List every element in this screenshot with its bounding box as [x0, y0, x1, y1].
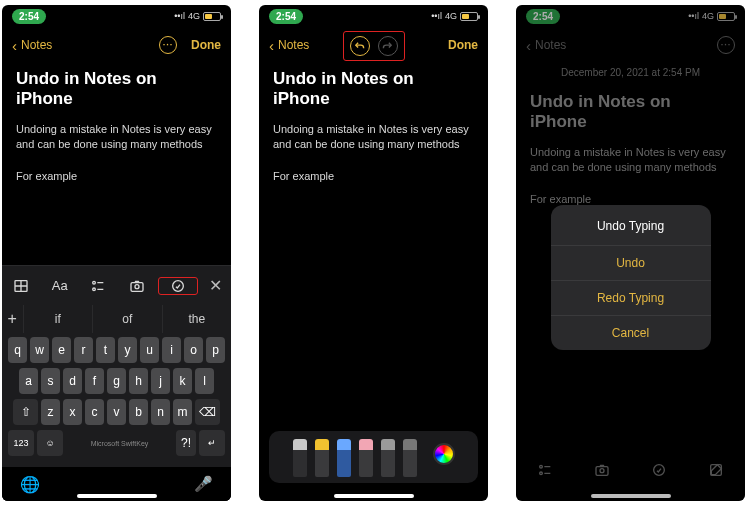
key-p[interactable]: p: [206, 337, 225, 363]
suggestion-3[interactable]: the: [163, 305, 231, 333]
svg-point-5: [93, 288, 96, 291]
key-a[interactable]: a: [19, 368, 38, 394]
key-j[interactable]: j: [151, 368, 170, 394]
sheet-title: Undo Typing: [551, 205, 711, 245]
pencil-grey-tool[interactable]: [381, 439, 395, 477]
screenshot-panel-markup: 2:54 ••ıl 4G ‹ Notes Done Undo in Notes …: [259, 5, 488, 501]
shift-key[interactable]: ⇧: [13, 399, 38, 425]
text-format-icon[interactable]: Aa: [40, 278, 78, 293]
key-x[interactable]: x: [63, 399, 82, 425]
done-button[interactable]: Done: [448, 38, 478, 52]
status-indicators: ••ıl 4G: [431, 11, 478, 21]
table-tool-icon[interactable]: [2, 278, 40, 294]
keyboard-toolbar: Aa ✕: [2, 265, 231, 305]
key-q[interactable]: q: [8, 337, 27, 363]
svg-point-3: [93, 281, 96, 284]
key-y[interactable]: y: [118, 337, 137, 363]
key-r[interactable]: r: [74, 337, 93, 363]
key-n[interactable]: n: [151, 399, 170, 425]
sheet-undo-button[interactable]: Undo: [551, 245, 711, 280]
globe-icon[interactable]: 🌐: [20, 475, 40, 494]
note-paragraph: Undoing a mistake in Notes is very easy …: [16, 122, 217, 152]
network-label: 4G: [445, 11, 457, 21]
key-d[interactable]: d: [63, 368, 82, 394]
key-l[interactable]: l: [195, 368, 214, 394]
screenshot-panel-actionsheet: 2:54 ••ıl 4G ‹ Notes ··· December 20, 20…: [516, 5, 745, 501]
suggestion-2[interactable]: of: [93, 305, 162, 333]
home-indicator[interactable]: [591, 494, 671, 498]
return-key[interactable]: ↵: [199, 430, 225, 456]
key-o[interactable]: o: [184, 337, 203, 363]
key-s[interactable]: s: [41, 368, 60, 394]
key-z[interactable]: z: [41, 399, 60, 425]
undo-action-sheet: Undo Typing Undo Redo Typing Cancel: [551, 205, 711, 350]
chevron-left-icon: ‹: [269, 37, 274, 54]
camera-icon[interactable]: [117, 278, 155, 294]
note-paragraph: Undoing a mistake in Notes is very easy …: [273, 122, 474, 152]
note-content[interactable]: Undo in Notes on iPhone Undoing a mistak…: [2, 63, 231, 202]
svg-point-8: [135, 284, 139, 288]
sheet-redo-button[interactable]: Redo Typing: [551, 280, 711, 315]
key-k[interactable]: k: [173, 368, 192, 394]
numbers-key[interactable]: 123: [8, 430, 34, 456]
status-bar: 2:54 ••ıl 4G: [259, 5, 488, 27]
suggestion-plus[interactable]: +: [2, 305, 24, 333]
back-label: Notes: [21, 38, 52, 52]
emoji-key[interactable]: ☺: [37, 430, 63, 456]
key-m[interactable]: m: [173, 399, 192, 425]
pen-black-tool[interactable]: [293, 439, 307, 477]
key-row-3: ⇧zxcvbnm⌫: [5, 399, 228, 425]
ruler-tool[interactable]: [403, 439, 417, 477]
mic-icon[interactable]: 🎤: [194, 475, 213, 493]
note-content[interactable]: Undo in Notes on iPhone Undoing a mistak…: [259, 63, 488, 202]
dismiss-toolbar-icon[interactable]: ✕: [200, 276, 231, 295]
done-button[interactable]: Done: [191, 38, 221, 52]
back-button[interactable]: ‹ Notes: [12, 37, 52, 54]
key-v[interactable]: v: [107, 399, 126, 425]
key-b[interactable]: b: [129, 399, 148, 425]
key-i[interactable]: i: [162, 337, 181, 363]
svg-point-9: [173, 280, 184, 291]
redo-icon[interactable]: [378, 36, 398, 56]
marker-blue-tool[interactable]: [337, 439, 351, 477]
nav-bar: ‹ Notes ··· Done: [2, 27, 231, 63]
note-title: Undo in Notes on iPhone: [273, 69, 474, 110]
status-time: 2:54: [12, 9, 46, 24]
status-time: 2:54: [269, 9, 303, 24]
note-title: Undo in Notes on iPhone: [16, 69, 217, 110]
eraser-pink-tool[interactable]: [359, 439, 373, 477]
status-bar: 2:54 ••ıl 4G: [2, 5, 231, 27]
home-indicator[interactable]: [77, 494, 157, 498]
key-c[interactable]: c: [85, 399, 104, 425]
suggestion-bar: + if of the: [2, 305, 231, 333]
suggestion-1[interactable]: if: [24, 305, 93, 333]
sheet-cancel-button[interactable]: Cancel: [551, 315, 711, 350]
key-row-1: qwertyuiop: [5, 337, 228, 363]
undo-icon[interactable]: [350, 36, 370, 56]
battery-icon: [460, 12, 478, 21]
status-indicators: ••ıl 4G: [174, 11, 221, 21]
key-e[interactable]: e: [52, 337, 71, 363]
key-t[interactable]: t: [96, 337, 115, 363]
undo-redo-highlight: [343, 31, 405, 61]
markup-pen-icon[interactable]: [158, 277, 198, 295]
color-picker-icon[interactable]: [433, 443, 455, 465]
key-row-bottom: 123 ☺ Microsoft SwiftKey ?! ↵: [5, 430, 228, 461]
back-button[interactable]: ‹ Notes: [269, 37, 309, 54]
home-indicator[interactable]: [334, 494, 414, 498]
back-label: Notes: [278, 38, 309, 52]
pen-yellow-tool[interactable]: [315, 439, 329, 477]
backspace-key[interactable]: ⌫: [195, 399, 220, 425]
punct-key[interactable]: ?!: [176, 430, 196, 456]
keyboard-brand: Microsoft SwiftKey: [66, 430, 173, 456]
key-g[interactable]: g: [107, 368, 126, 394]
checklist-icon[interactable]: [79, 278, 117, 294]
key-w[interactable]: w: [30, 337, 49, 363]
note-example: For example: [16, 169, 217, 184]
key-u[interactable]: u: [140, 337, 159, 363]
chevron-left-icon: ‹: [12, 37, 17, 54]
key-h[interactable]: h: [129, 368, 148, 394]
more-menu-icon[interactable]: ···: [159, 36, 177, 54]
key-row-2: asdfghjkl: [5, 368, 228, 394]
key-f[interactable]: f: [85, 368, 104, 394]
